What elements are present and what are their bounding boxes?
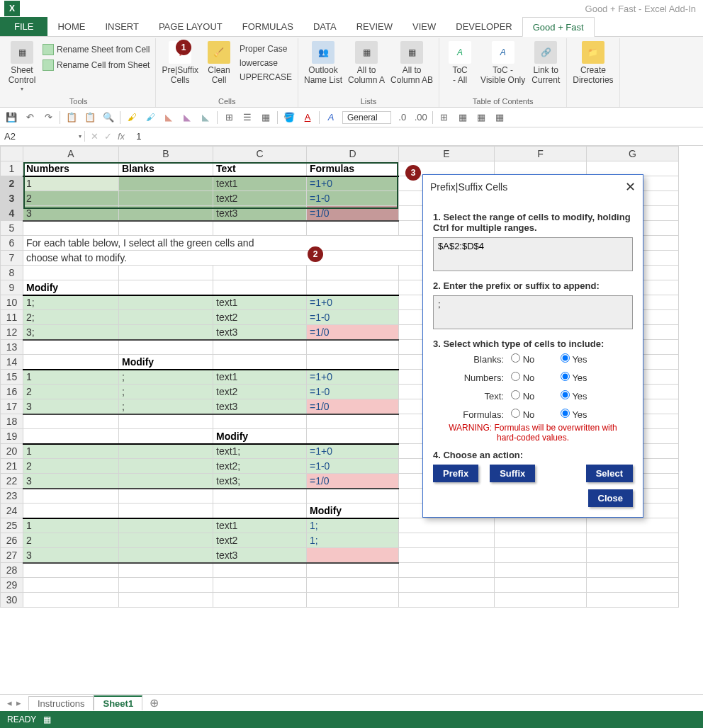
fx-icon[interactable]: fx [118, 131, 125, 142]
suffix-input[interactable] [433, 295, 633, 329]
proper-case-button[interactable]: Proper Case [237, 42, 295, 55]
formula-warning: WARNING: Formulas will be overwritten wi… [440, 423, 626, 443]
group-tools-label: Tools [4, 96, 152, 107]
brush-icon[interactable]: 🖌 [125, 110, 139, 125]
uppercase-button[interactable]: UPPERCASE [237, 71, 295, 84]
tab-insert[interactable]: INSERT [95, 17, 148, 36]
dialog-title: Prefix|Suffix Cells [430, 181, 507, 193]
tab-review[interactable]: REVIEW [347, 17, 403, 36]
borders-icon[interactable]: ⊞ [437, 110, 451, 125]
border-icon[interactable]: ▦ [259, 110, 273, 125]
col-c[interactable]: C [213, 147, 307, 161]
quick-access-toolbar: 💾 ↶ ↷ 📋 📋 🔍 🖌 🖌 ◣ ◣ ◣ ⊞ ☰ ▦ 🪣 A A Genera… [0, 108, 703, 127]
group-toc-label: Table of Contents [442, 96, 563, 107]
column-a-icon: ▦ [355, 41, 378, 64]
blanks-yes-radio[interactable]: Yes [561, 353, 610, 365]
merge-icon[interactable]: ⊞ [222, 110, 236, 125]
tab-formulas[interactable]: FORMULAS [232, 17, 303, 36]
grid3-icon[interactable]: ▦ [493, 110, 507, 125]
col-g[interactable]: G [587, 147, 679, 161]
rename-sheet-icon [43, 44, 54, 55]
paste-icon[interactable]: 📋 [83, 110, 97, 125]
eraser3-icon[interactable]: ◣ [198, 110, 213, 125]
enter-icon[interactable]: ✓ [104, 131, 112, 142]
number-format-combo[interactable]: General [342, 111, 391, 124]
copy-icon[interactable]: 📋 [64, 110, 79, 125]
clean-cell-button[interactable]: 🧹 Clean Cell [201, 40, 237, 87]
align-icon[interactable]: ☰ [240, 110, 254, 125]
rename-sheet-from-cell-button[interactable]: Rename Sheet from Cell [40, 42, 152, 57]
formula-input[interactable]: 1 [130, 131, 703, 142]
col-f[interactable]: F [495, 147, 587, 161]
step1-label: 1. Select the range of cells to modify, … [433, 212, 633, 233]
blanks-no-radio[interactable]: No [511, 353, 561, 365]
formulas-yes-radio[interactable]: Yes [561, 409, 610, 420]
suffix-button[interactable]: Suffix [490, 465, 535, 482]
all-to-column-a-button[interactable]: ▦All to Column A [345, 40, 388, 87]
text-no-radio[interactable]: No [511, 390, 561, 402]
col-b[interactable]: B [119, 147, 213, 161]
text-yes-radio[interactable]: Yes [561, 390, 610, 402]
tab-good-fast[interactable]: Good + Fast [522, 17, 595, 37]
toc-visible-button[interactable]: AToC - Visible Only [478, 40, 528, 87]
eraser-icon[interactable]: ◣ [162, 110, 176, 125]
sheet-control-button[interactable]: ▦ Sheet Control ▾ [4, 40, 40, 93]
clean-cell-icon: 🧹 [208, 41, 230, 64]
rename-cell-from-sheet-button[interactable]: Rename Cell from Sheet [40, 58, 152, 72]
name-box[interactable]: A2▾ [0, 131, 85, 142]
undo-icon[interactable]: ↶ [23, 110, 37, 125]
fill-color-icon[interactable]: 🪣 [282, 110, 296, 125]
cancel-icon[interactable]: ✕ [91, 131, 99, 142]
close-icon[interactable]: ✕ [625, 179, 636, 195]
numbers-yes-radio[interactable]: Yes [561, 372, 610, 383]
prefix-button[interactable]: Prefix [433, 465, 478, 482]
tab-developer[interactable]: DEVELOPER [446, 17, 522, 36]
tab-view[interactable]: VIEW [403, 17, 446, 36]
column-ab-icon: ▦ [400, 41, 423, 64]
lowercase-button[interactable]: lowercase [237, 57, 295, 69]
range-input[interactable] [433, 237, 633, 271]
tab-data[interactable]: DATA [303, 17, 347, 36]
grid2-icon[interactable]: ▦ [474, 110, 488, 125]
link-to-current-button[interactable]: 🔗Link to Current [528, 40, 563, 87]
callout-2: 2 [308, 246, 323, 262]
formula-bar: A2▾ ✕ ✓ fx 1 [0, 127, 703, 146]
close-button[interactable]: Close [588, 489, 633, 507]
font-color-icon[interactable]: A [300, 110, 315, 125]
brush2-icon[interactable]: 🖌 [143, 110, 157, 125]
col-a[interactable]: A [23, 147, 119, 161]
select-all-corner[interactable] [1, 147, 23, 161]
eraser2-icon[interactable]: ◣ [180, 110, 194, 125]
outlook-name-list-button[interactable]: 👥Outlook Name List [301, 40, 345, 87]
all-to-column-ab-button[interactable]: ▦All to Column AB [388, 40, 436, 87]
select-button[interactable]: Select [586, 465, 633, 482]
ribbon-tabs: FILE HOME INSERT PAGE LAYOUT FORMULAS DA… [0, 17, 703, 37]
redo-icon[interactable]: ↷ [41, 110, 55, 125]
formulas-no-radio[interactable]: No [511, 409, 561, 420]
clear-format-icon[interactable]: A [324, 110, 338, 125]
step3-label: 3. Select which type of cells to include… [433, 339, 633, 349]
group-lists-label: Lists [301, 96, 436, 107]
toc-all-icon: A [449, 41, 471, 64]
excel-icon [4, 1, 20, 16]
save-icon[interactable]: 💾 [4, 110, 18, 125]
tab-home[interactable]: HOME [47, 17, 95, 36]
step4-label: 4. Choose an action: [433, 450, 633, 460]
callout-3: 3 [405, 165, 421, 181]
decrease-decimal-icon[interactable]: .0 [395, 110, 410, 125]
numbers-no-radio[interactable]: No [511, 372, 561, 383]
create-directories-button[interactable]: 📁Create Directories [570, 40, 616, 87]
link-icon: 🔗 [534, 41, 557, 64]
col-d[interactable]: D [307, 147, 399, 161]
toc-all-button[interactable]: AToC - All [442, 40, 478, 87]
grid-icon[interactable]: ▦ [456, 110, 470, 125]
increase-decimal-icon[interactable]: .00 [414, 110, 428, 125]
preview-icon[interactable]: 🔍 [101, 110, 116, 125]
tab-file[interactable]: FILE [0, 17, 47, 36]
ribbon: ▦ Sheet Control ▾ Rename Sheet from Cell… [0, 37, 703, 108]
col-e[interactable]: E [399, 147, 495, 161]
callout-1: 1 [176, 40, 191, 55]
tab-page-layout[interactable]: PAGE LAYOUT [149, 17, 232, 36]
group-cells-label: Cells [159, 96, 295, 107]
prefix-suffix-dialog: Prefix|Suffix Cells ✕ 1. Select the rang… [422, 174, 643, 518]
